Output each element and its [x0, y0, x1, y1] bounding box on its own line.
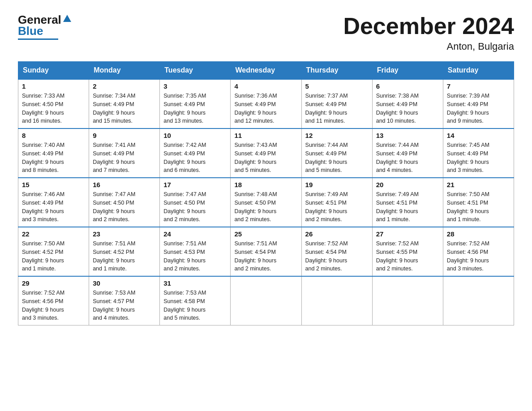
- day-number: 4: [234, 82, 297, 90]
- day-number: 22: [22, 230, 85, 238]
- day-info: Sunrise: 7:44 AMSunset: 4:49 PMDaylight:…: [305, 141, 369, 175]
- day-cell-31: 31Sunrise: 7:53 AMSunset: 4:58 PMDayligh…: [160, 276, 231, 325]
- day-number: 25: [234, 230, 297, 238]
- day-number: 27: [376, 230, 439, 238]
- logo-triangle-icon: [62, 14, 72, 24]
- day-cell-27: 27Sunrise: 7:52 AMSunset: 4:55 PMDayligh…: [372, 227, 443, 276]
- day-cell-15: 15Sunrise: 7:46 AMSunset: 4:49 PMDayligh…: [18, 178, 89, 227]
- day-cell-10: 10Sunrise: 7:42 AMSunset: 4:49 PMDayligh…: [160, 128, 231, 178]
- day-info: Sunrise: 7:36 AMSunset: 4:49 PMDaylight:…: [234, 92, 297, 125]
- day-info: Sunrise: 7:52 AMSunset: 4:54 PMDaylight:…: [305, 240, 369, 273]
- day-cell-19: 19Sunrise: 7:49 AMSunset: 4:51 PMDayligh…: [301, 178, 372, 227]
- day-number: 24: [163, 230, 227, 238]
- day-cell-29: 29Sunrise: 7:52 AMSunset: 4:56 PMDayligh…: [18, 276, 89, 325]
- day-info: Sunrise: 7:51 AMSunset: 4:54 PMDaylight:…: [234, 240, 297, 273]
- day-info: Sunrise: 7:46 AMSunset: 4:49 PMDaylight:…: [22, 190, 85, 224]
- week-row-3: 15Sunrise: 7:46 AMSunset: 4:49 PMDayligh…: [18, 178, 514, 227]
- col-header-tuesday: Tuesday: [160, 62, 231, 80]
- week-row-2: 8Sunrise: 7:40 AMSunset: 4:49 PMDaylight…: [18, 128, 514, 178]
- day-cell-24: 24Sunrise: 7:51 AMSunset: 4:53 PMDayligh…: [160, 227, 231, 276]
- day-cell-25: 25Sunrise: 7:51 AMSunset: 4:54 PMDayligh…: [231, 227, 301, 276]
- day-cell-23: 23Sunrise: 7:51 AMSunset: 4:52 PMDayligh…: [89, 227, 160, 276]
- empty-cell: [372, 276, 443, 325]
- day-number: 28: [447, 230, 510, 238]
- day-info: Sunrise: 7:50 AMSunset: 4:51 PMDaylight:…: [447, 190, 510, 224]
- day-cell-26: 26Sunrise: 7:52 AMSunset: 4:54 PMDayligh…: [301, 227, 372, 276]
- day-info: Sunrise: 7:53 AMSunset: 4:58 PMDaylight:…: [163, 289, 227, 322]
- header: General Blue December 2024 Anton, Bulgar…: [18, 13, 514, 52]
- day-number: 7: [447, 82, 510, 90]
- logo: General Blue: [18, 13, 72, 40]
- day-number: 26: [305, 230, 369, 238]
- day-number: 9: [93, 132, 156, 139]
- day-info: Sunrise: 7:48 AMSunset: 4:50 PMDaylight:…: [234, 190, 297, 224]
- svg-marker-0: [63, 15, 71, 22]
- col-header-monday: Monday: [89, 62, 160, 80]
- day-number: 13: [376, 132, 439, 139]
- day-info: Sunrise: 7:52 AMSunset: 4:56 PMDaylight:…: [447, 240, 510, 273]
- day-cell-16: 16Sunrise: 7:47 AMSunset: 4:50 PMDayligh…: [89, 178, 160, 227]
- day-number: 11: [234, 132, 297, 139]
- day-number: 23: [93, 230, 156, 238]
- week-row-5: 29Sunrise: 7:52 AMSunset: 4:56 PMDayligh…: [18, 276, 514, 325]
- day-cell-21: 21Sunrise: 7:50 AMSunset: 4:51 PMDayligh…: [443, 178, 514, 227]
- day-number: 8: [22, 132, 85, 139]
- day-cell-17: 17Sunrise: 7:47 AMSunset: 4:50 PMDayligh…: [160, 178, 231, 227]
- day-cell-12: 12Sunrise: 7:44 AMSunset: 4:49 PMDayligh…: [301, 128, 372, 178]
- day-number: 12: [305, 132, 369, 139]
- day-cell-13: 13Sunrise: 7:44 AMSunset: 4:49 PMDayligh…: [372, 128, 443, 178]
- day-cell-9: 9Sunrise: 7:41 AMSunset: 4:49 PMDaylight…: [89, 128, 160, 178]
- day-number: 5: [305, 82, 369, 90]
- week-row-4: 22Sunrise: 7:50 AMSunset: 4:52 PMDayligh…: [18, 227, 514, 276]
- empty-cell: [301, 276, 372, 325]
- day-cell-6: 6Sunrise: 7:38 AMSunset: 4:49 PMDaylight…: [372, 79, 443, 128]
- day-info: Sunrise: 7:49 AMSunset: 4:51 PMDaylight:…: [305, 190, 369, 224]
- day-info: Sunrise: 7:33 AMSunset: 4:50 PMDaylight:…: [22, 92, 85, 125]
- day-number: 18: [234, 181, 297, 188]
- day-cell-8: 8Sunrise: 7:40 AMSunset: 4:49 PMDaylight…: [18, 128, 89, 178]
- day-cell-11: 11Sunrise: 7:43 AMSunset: 4:49 PMDayligh…: [231, 128, 301, 178]
- day-cell-5: 5Sunrise: 7:37 AMSunset: 4:49 PMDaylight…: [301, 79, 372, 128]
- calendar-header-row: SundayMondayTuesdayWednesdayThursdayFrid…: [18, 62, 514, 80]
- day-number: 6: [376, 82, 439, 90]
- col-header-thursday: Thursday: [301, 62, 372, 80]
- day-cell-1: 1Sunrise: 7:33 AMSunset: 4:50 PMDaylight…: [18, 79, 89, 128]
- day-cell-4: 4Sunrise: 7:36 AMSunset: 4:49 PMDaylight…: [231, 79, 301, 128]
- day-info: Sunrise: 7:44 AMSunset: 4:49 PMDaylight:…: [376, 141, 439, 175]
- day-info: Sunrise: 7:37 AMSunset: 4:49 PMDaylight:…: [305, 92, 369, 125]
- day-number: 21: [447, 181, 510, 188]
- day-number: 17: [163, 181, 227, 188]
- day-info: Sunrise: 7:38 AMSunset: 4:49 PMDaylight:…: [376, 92, 439, 125]
- day-info: Sunrise: 7:51 AMSunset: 4:52 PMDaylight:…: [93, 240, 156, 273]
- col-header-friday: Friday: [372, 62, 443, 80]
- day-cell-14: 14Sunrise: 7:45 AMSunset: 4:49 PMDayligh…: [443, 128, 514, 178]
- main-title: December 2024: [343, 13, 514, 39]
- day-number: 1: [22, 82, 85, 90]
- week-row-1: 1Sunrise: 7:33 AMSunset: 4:50 PMDaylight…: [18, 79, 514, 128]
- day-cell-2: 2Sunrise: 7:34 AMSunset: 4:49 PMDaylight…: [89, 79, 160, 128]
- col-header-wednesday: Wednesday: [231, 62, 301, 80]
- calendar-table: SundayMondayTuesdayWednesdayThursdayFrid…: [18, 61, 514, 325]
- day-info: Sunrise: 7:42 AMSunset: 4:49 PMDaylight:…: [163, 141, 227, 175]
- day-number: 19: [305, 181, 369, 188]
- day-cell-20: 20Sunrise: 7:49 AMSunset: 4:51 PMDayligh…: [372, 178, 443, 227]
- day-info: Sunrise: 7:49 AMSunset: 4:51 PMDaylight:…: [376, 190, 439, 224]
- day-info: Sunrise: 7:47 AMSunset: 4:50 PMDaylight:…: [93, 190, 156, 224]
- day-info: Sunrise: 7:45 AMSunset: 4:49 PMDaylight:…: [447, 141, 510, 175]
- day-info: Sunrise: 7:34 AMSunset: 4:49 PMDaylight:…: [93, 92, 156, 125]
- empty-cell: [443, 276, 514, 325]
- day-info: Sunrise: 7:52 AMSunset: 4:56 PMDaylight:…: [22, 289, 85, 322]
- day-info: Sunrise: 7:51 AMSunset: 4:53 PMDaylight:…: [163, 240, 227, 273]
- title-area: December 2024 Anton, Bulgaria: [343, 13, 514, 52]
- day-info: Sunrise: 7:47 AMSunset: 4:50 PMDaylight:…: [163, 190, 227, 224]
- day-number: 31: [163, 279, 227, 287]
- day-cell-30: 30Sunrise: 7:53 AMSunset: 4:57 PMDayligh…: [89, 276, 160, 325]
- empty-cell: [231, 276, 301, 325]
- logo-underline: [18, 39, 58, 40]
- day-number: 30: [93, 279, 156, 287]
- day-number: 10: [163, 132, 227, 139]
- col-header-sunday: Sunday: [18, 62, 89, 80]
- day-info: Sunrise: 7:41 AMSunset: 4:49 PMDaylight:…: [93, 141, 156, 175]
- day-cell-7: 7Sunrise: 7:39 AMSunset: 4:49 PMDaylight…: [443, 79, 514, 128]
- day-number: 29: [22, 279, 85, 287]
